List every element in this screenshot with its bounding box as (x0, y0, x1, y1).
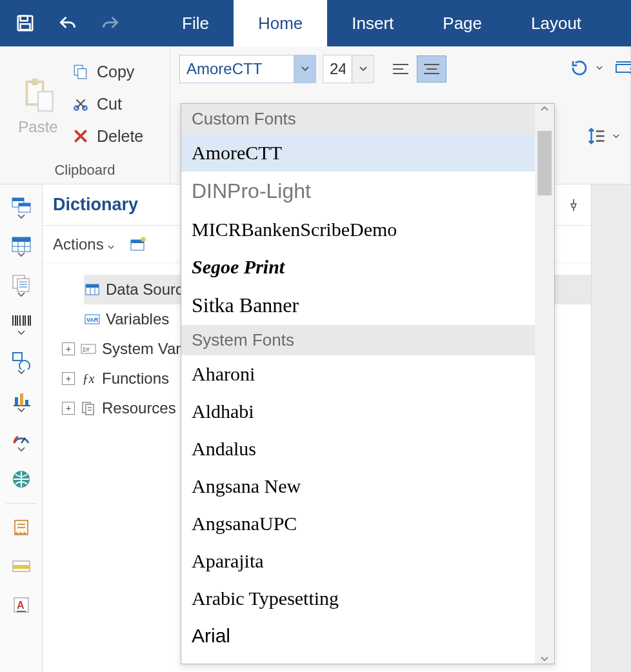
delete-button[interactable]: Delete (71, 120, 143, 152)
tab-home[interactable]: Home (234, 0, 327, 46)
text-align-group (386, 55, 446, 83)
font-size-dropdown-button[interactable] (352, 55, 374, 83)
tool-gauge-icon[interactable] (4, 422, 39, 459)
svg-rect-5 (38, 92, 53, 111)
sysvar-icon: Σ# (80, 344, 97, 354)
svg-rect-14 (19, 203, 30, 206)
tool-barcode-icon[interactable] (4, 306, 39, 343)
tab-insert[interactable]: Insert (327, 0, 418, 46)
delete-label: Delete (97, 127, 143, 146)
variables-icon: VAR (84, 314, 101, 324)
font-dropdown-scrollbar[interactable] (535, 104, 554, 664)
functions-icon: ƒx (80, 371, 97, 386)
svg-text:A: A (17, 600, 25, 611)
actions-dropdown[interactable]: Actions (53, 235, 114, 253)
font-name-combo[interactable] (179, 55, 316, 83)
font-option[interactable]: DINPro-Light (181, 172, 535, 211)
tree-label: Functions (102, 370, 169, 388)
undo-icon[interactable] (57, 12, 79, 34)
font-option[interactable]: Segoe Print (181, 248, 535, 286)
svg-rect-4 (32, 79, 38, 85)
tool-strip: A (0, 184, 43, 672)
redo-icon[interactable] (99, 12, 121, 34)
copy-icon (71, 63, 90, 80)
svg-text:VAR: VAR (86, 317, 99, 323)
svg-rect-16 (12, 237, 30, 242)
save-icon[interactable] (14, 12, 36, 34)
expander-icon[interactable]: + (62, 402, 75, 415)
svg-rect-22 (25, 400, 28, 406)
svg-rect-19 (13, 353, 22, 361)
font-dropdown-list[interactable]: Custom Fonts AmoreCTT DINPro-Light MICRB… (181, 103, 555, 664)
line-spacing-dropdown-icon[interactable] (612, 134, 621, 139)
rotate-dropdown-icon[interactable] (595, 66, 604, 70)
font-option[interactable]: Aldhabi (181, 393, 535, 430)
quick-access-toolbar (0, 0, 135, 46)
align-left-button[interactable] (386, 55, 416, 83)
font-option[interactable]: Sitka Banner (181, 286, 535, 325)
font-name-dropdown-button[interactable] (294, 55, 316, 83)
clipboard-caption: Clipboard (0, 161, 170, 184)
copy-button[interactable]: Copy (71, 55, 143, 88)
font-option[interactable]: AmoreCTT (181, 134, 535, 172)
tool-banner-icon[interactable] (4, 548, 39, 585)
resources-icon (80, 401, 97, 415)
container-button[interactable] (612, 55, 631, 80)
tool-richtext-icon[interactable]: A (4, 586, 39, 624)
font-name-input[interactable] (180, 55, 294, 83)
rotate-button[interactable] (566, 55, 592, 80)
new-item-icon[interactable] (128, 236, 146, 253)
expander-icon[interactable]: + (62, 342, 75, 355)
svg-rect-7 (78, 69, 86, 79)
cut-icon (71, 95, 90, 112)
ribbon-group-clipboard: Paste Copy Cut (0, 46, 170, 184)
font-option[interactable]: Arial Black (181, 655, 535, 664)
svg-point-31 (141, 237, 146, 242)
svg-rect-1 (21, 16, 28, 21)
svg-rect-20 (15, 397, 18, 406)
svg-rect-39 (86, 404, 94, 415)
ribbon-right-rail (573, 46, 631, 184)
cut-button[interactable]: Cut (71, 88, 143, 120)
tool-chart-icon[interactable] (4, 383, 39, 420)
tab-layout[interactable]: Layout (506, 0, 606, 46)
pin-icon[interactable] (566, 198, 581, 212)
font-option[interactable]: Arabic Typesetting (181, 580, 535, 617)
tool-receipt-icon[interactable] (4, 509, 39, 546)
tab-page[interactable]: Page (418, 0, 506, 46)
align-center-button[interactable] (417, 55, 446, 83)
line-spacing-button[interactable] (583, 124, 609, 148)
data-source-icon (84, 284, 101, 295)
svg-rect-10 (616, 64, 631, 72)
expander-icon[interactable]: + (62, 372, 75, 385)
font-option[interactable]: Aharoni (181, 355, 535, 393)
svg-rect-2 (21, 24, 30, 30)
svg-rect-33 (86, 284, 99, 288)
title-bar: File Home Insert Page Layout (0, 0, 631, 46)
tree-label: Resources (102, 399, 176, 417)
delete-icon (71, 128, 90, 144)
tool-globe-icon[interactable] (4, 460, 39, 498)
font-size-input[interactable] (323, 55, 352, 83)
tree-label: Variables (106, 310, 169, 328)
ribbon-tabs: File Home Insert Page Layout (157, 0, 631, 46)
font-option[interactable]: AngsanaUPC (181, 505, 535, 542)
paste-button[interactable]: Paste (5, 50, 71, 161)
svg-rect-26 (13, 565, 30, 569)
paste-label: Paste (18, 118, 57, 136)
font-size-combo[interactable] (323, 55, 374, 83)
font-option[interactable]: Aparajita (181, 542, 535, 580)
font-option[interactable]: Arial (181, 617, 535, 655)
tool-shapes-icon[interactable] (4, 344, 39, 382)
tool-documents-icon[interactable] (4, 267, 39, 304)
tab-file[interactable]: File (157, 0, 234, 46)
tool-table-icon[interactable] (4, 228, 39, 266)
font-option[interactable]: Angsana New (181, 468, 535, 505)
font-option[interactable]: Andalus (181, 430, 535, 468)
svg-rect-21 (20, 393, 23, 406)
scrollbar-thumb[interactable] (537, 131, 552, 195)
canvas-edge-ruler (591, 184, 631, 672)
font-option[interactable]: MICRBankenScribeDemo (181, 211, 535, 248)
tool-panels-icon[interactable] (4, 190, 39, 227)
font-group-custom-header: Custom Fonts (181, 104, 535, 134)
